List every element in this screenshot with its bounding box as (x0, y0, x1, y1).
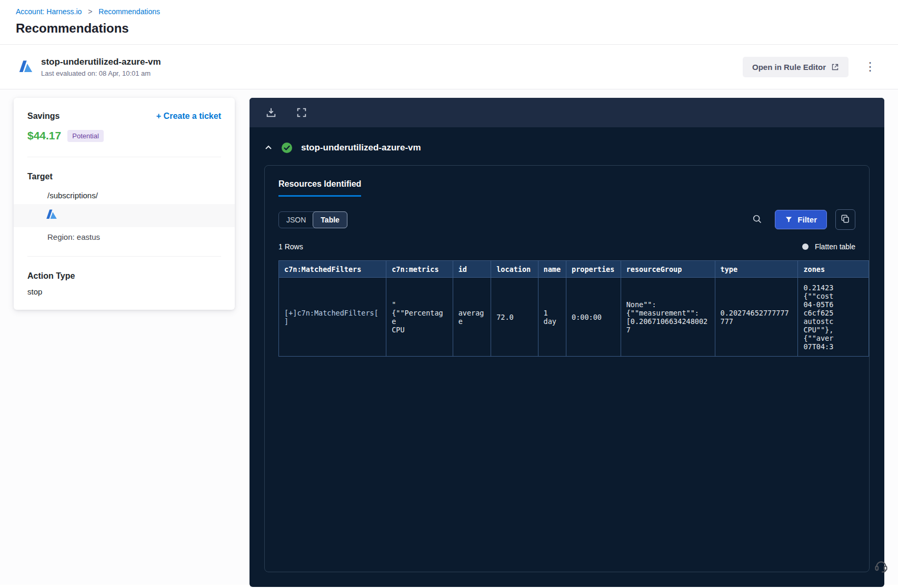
rows-count: 1 Rows (278, 242, 303, 251)
flatten-table-label: Flatten table (815, 242, 855, 251)
top-bar: Account: Harness.io > Recommendations Re… (0, 0, 898, 44)
col-name: name (538, 261, 566, 278)
filter-funnel-icon (785, 216, 793, 224)
filter-label: Filter (797, 215, 817, 224)
cell-location: 72.0 (491, 278, 538, 357)
breadcrumb-account-link[interactable]: Account: Harness.io (16, 7, 82, 16)
target-subscription-path: /subscriptions/ (47, 191, 221, 200)
cell-metrics: " {""Percentage CPU (386, 278, 453, 357)
panel-toolbar (250, 98, 884, 127)
download-icon[interactable] (265, 107, 277, 118)
header-left: stop-underutilized-azure-vm Last evaluat… (18, 57, 161, 77)
target-region: Region: eastus (47, 232, 221, 241)
results-table: c7n:MatchedFilters c7n:metrics id locati… (278, 260, 869, 357)
azure-icon-small (45, 208, 58, 221)
rule-name: stop-underutilized-azure-vm (41, 57, 161, 67)
cell-name: 1 day (538, 278, 566, 357)
rows-info: 1 Rows Flatten table (265, 230, 869, 251)
breadcrumb: Account: Harness.io > Recommendations (16, 7, 882, 16)
col-metrics: c7n:metrics (386, 261, 453, 278)
resources-card: Resources Identified JSON Table (264, 165, 870, 572)
table-row: [+]c7n:MatchedFilters[] " {""Percentage … (279, 278, 869, 357)
rule-section-header: stop-underutilized-azure-vm (250, 127, 884, 154)
search-icon (752, 214, 762, 224)
controls-row: JSON Table Filter (265, 197, 869, 230)
success-check-icon (281, 142, 293, 154)
rule-section-title: stop-underutilized-azure-vm (301, 143, 421, 153)
col-resource-group: resourceGroup (621, 261, 715, 278)
divider (27, 157, 221, 157)
external-link-icon (831, 63, 839, 71)
create-ticket-link[interactable]: + Create a ticket (156, 111, 221, 121)
potential-badge: Potential (67, 130, 104, 142)
more-options-kebab-icon[interactable]: ⋮ (860, 58, 880, 76)
col-type: type (715, 261, 798, 278)
page-title: Recommendations (16, 21, 882, 36)
table-view-button[interactable]: Table (313, 211, 347, 228)
breadcrumb-recommendations-link[interactable]: Recommendations (98, 7, 160, 16)
header-titles: stop-underutilized-azure-vm Last evaluat… (41, 57, 161, 77)
tabs-row: Resources Identified (265, 166, 869, 197)
open-rule-editor-button[interactable]: Open in Rule Editor (743, 57, 849, 77)
evaluation-panel: stop-underutilized-azure-vm Resources Id… (250, 98, 884, 587)
savings-card: Savings + Create a ticket $44.17 Potenti… (14, 98, 235, 310)
action-type-value: stop (27, 287, 221, 296)
recommendation-header: stop-underutilized-azure-vm Last evaluat… (0, 44, 898, 89)
target-label: Target (27, 172, 221, 181)
main-content: Savings + Create a ticket $44.17 Potenti… (0, 89, 898, 585)
target-icon-row (14, 204, 235, 227)
col-matched-filters: c7n:MatchedFilters (279, 261, 386, 278)
col-location: location (491, 261, 538, 278)
search-button[interactable] (749, 210, 765, 229)
header-right: Open in Rule Editor ⋮ (743, 57, 880, 77)
chevron-up-icon[interactable] (264, 144, 273, 152)
filter-button[interactable]: Filter (775, 210, 827, 229)
results-table-wrap: c7n:MatchedFilters c7n:metrics id locati… (278, 260, 869, 572)
cell-type: 0.20274652777777777 (715, 278, 798, 357)
copy-button[interactable] (835, 209, 855, 230)
breadcrumb-separator: > (88, 7, 92, 16)
last-evaluated: Last evaluated on: 08 Apr, 10:01 am (41, 69, 161, 77)
open-rule-editor-label: Open in Rule Editor (752, 63, 826, 72)
support-chat-icon[interactable] (874, 559, 889, 575)
col-zones: zones (798, 261, 869, 278)
tab-resources-identified[interactable]: Resources Identified (278, 179, 361, 197)
fullscreen-icon[interactable] (296, 107, 307, 118)
cell-id: average (453, 278, 491, 357)
col-properties: properties (566, 261, 621, 278)
col-id: id (453, 261, 491, 278)
azure-icon (18, 59, 34, 75)
flatten-table-toggle[interactable] (802, 244, 809, 250)
savings-amount: $44.17 (27, 129, 61, 142)
savings-label: Savings (27, 111, 59, 121)
json-view-button[interactable]: JSON (279, 212, 313, 228)
cell-properties: 0:00:00 (566, 278, 621, 357)
table-header-row: c7n:MatchedFilters c7n:metrics id locati… (279, 261, 869, 278)
divider (27, 256, 221, 257)
cell-zones: 0.21423 {""cost 04-05T6 c6cf625 autostc … (798, 278, 869, 357)
action-type-label: Action Type (27, 271, 221, 281)
cell-resource-group: None"": {""measurement"": [0.20671066342… (621, 278, 715, 357)
copy-icon (841, 214, 850, 224)
cell-matched-filters-expand[interactable]: [+]c7n:MatchedFilters[] (279, 278, 386, 357)
view-mode-toggle: JSON Table (278, 211, 347, 228)
